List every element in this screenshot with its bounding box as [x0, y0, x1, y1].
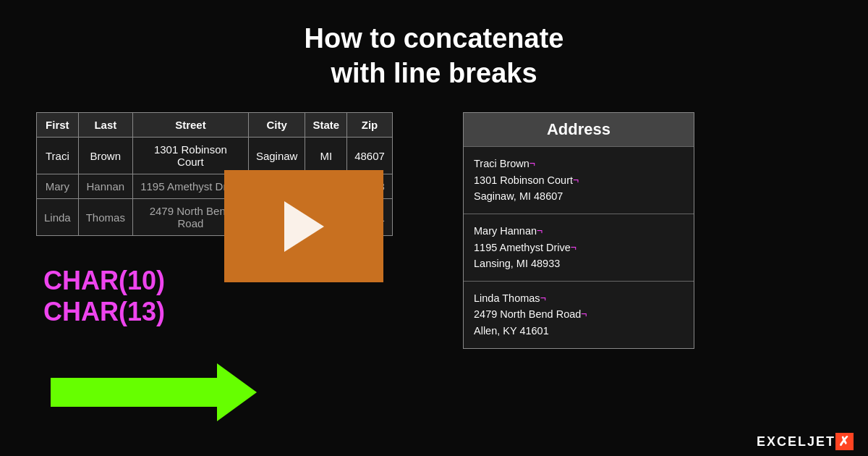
- play-button-icon: [284, 201, 324, 252]
- pilcrow-icon: ¬: [529, 158, 535, 169]
- cell-zip-1: 48607: [347, 138, 393, 174]
- col-header-state: State: [305, 113, 347, 138]
- main-content: First Last Street City State Zip Traci B…: [0, 112, 868, 421]
- address-name-2: Mary Hannan: [474, 225, 537, 237]
- address-city-1: Saginaw, MI 48607: [474, 190, 563, 202]
- title-line1: How to concatenate: [305, 23, 564, 54]
- title-area: How to concatenate with line breaks: [0, 0, 868, 105]
- address-entry-1: Traci Brown¬ 1301 Robinson Court¬ Sagina…: [464, 146, 694, 214]
- char-label-area: CHAR(10) CHAR(13): [43, 265, 165, 327]
- col-header-city: City: [248, 113, 305, 138]
- address-entry-2: Mary Hannan¬ 1195 Amethyst Drive¬ Lansin…: [464, 214, 694, 281]
- arrow-body: [51, 378, 217, 407]
- cell-last-2: Hannan: [78, 174, 132, 199]
- pilcrow-icon: ¬: [571, 242, 576, 253]
- address-city-2: Lansing, MI 48933: [474, 258, 560, 269]
- address-entry-3: Linda Thomas¬ 2479 North Bend Road¬ Alle…: [464, 281, 694, 348]
- char-label-2: CHAR(13): [43, 296, 165, 327]
- address-header: Address: [464, 113, 694, 146]
- address-street-2: 1195 Amethyst Drive: [474, 242, 571, 253]
- page-title: How to concatenate with line breaks: [0, 22, 868, 90]
- cell-state-1: MI: [305, 138, 347, 174]
- pilcrow-icon: ¬: [573, 174, 579, 186]
- pilcrow-icon: ¬: [537, 225, 542, 237]
- address-street-1: 1301 Robinson Court: [474, 174, 573, 186]
- col-header-street: Street: [132, 113, 248, 138]
- col-header-zip: Zip: [347, 113, 393, 138]
- logo-area: EXCELJET✗: [757, 433, 854, 450]
- cell-last-3: Thomas: [78, 199, 132, 236]
- cell-city-1: Saginaw: [248, 138, 305, 174]
- table-row: Traci Brown 1301 Robinson Court Saginaw …: [37, 138, 393, 174]
- address-box: Address Traci Brown¬ 1301 Robinson Court…: [463, 112, 694, 349]
- address-city-3: Allen, KY 41601: [474, 325, 549, 337]
- cell-street-1: 1301 Robinson Court: [132, 138, 248, 174]
- logo-text: EXCELJET: [757, 434, 835, 449]
- cell-first-2: Mary: [37, 174, 79, 199]
- col-header-first: First: [37, 113, 79, 138]
- arrow-head: [217, 363, 257, 421]
- logo-x: ✗: [835, 433, 854, 450]
- green-arrow: [51, 363, 257, 421]
- col-header-last: Last: [78, 113, 132, 138]
- title-line2: with line breaks: [331, 58, 537, 88]
- char-label-1: CHAR(10): [43, 265, 165, 296]
- address-name-3: Linda Thomas: [474, 292, 540, 304]
- pilcrow-icon: ¬: [581, 308, 587, 320]
- play-overlay[interactable]: [224, 170, 383, 282]
- arrow-section: [51, 363, 257, 421]
- cell-first-3: Linda: [37, 199, 79, 236]
- pilcrow-icon: ¬: [540, 292, 546, 304]
- cell-last-1: Brown: [78, 138, 132, 174]
- address-street-3: 2479 North Bend Road: [474, 308, 581, 320]
- cell-first-1: Traci: [37, 138, 79, 174]
- table-header-row: First Last Street City State Zip: [37, 113, 393, 138]
- right-section: Address Traci Brown¬ 1301 Robinson Court…: [463, 112, 694, 349]
- address-name-1: Traci Brown: [474, 158, 529, 169]
